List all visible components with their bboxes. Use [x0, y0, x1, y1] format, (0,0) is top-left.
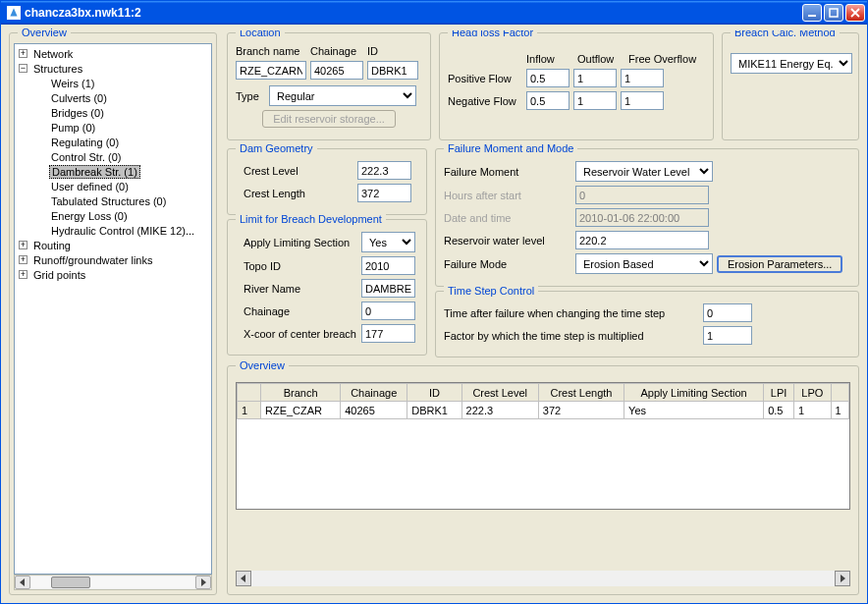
- tree-item-label[interactable]: Weirs (1): [49, 78, 96, 89]
- cell[interactable]: 0.5: [764, 402, 794, 419]
- branch-name-input[interactable]: [236, 61, 306, 80]
- crest-level-input[interactable]: [357, 161, 411, 180]
- tree-item[interactable]: +Routing: [15, 238, 211, 252]
- grid-scroll-right-icon[interactable]: [835, 571, 850, 586]
- tree-item-label[interactable]: Pump (0): [49, 122, 97, 134]
- factor-input[interactable]: [703, 326, 752, 345]
- tree-item[interactable]: Bridges (0): [15, 105, 211, 120]
- chainage-input[interactable]: [310, 61, 363, 80]
- time-after-input[interactable]: [703, 303, 752, 322]
- erosion-params-button[interactable]: Erosion Parameters...: [717, 255, 842, 273]
- tree-item[interactable]: Weirs (1): [15, 76, 211, 90]
- tree-item[interactable]: Culverts (0): [15, 90, 211, 105]
- crest-length-input[interactable]: [357, 184, 411, 202]
- overview-legend: Overview: [236, 359, 289, 371]
- cell[interactable]: 1: [831, 402, 848, 419]
- failure-moment-select[interactable]: Reservoir Water Level: [575, 161, 713, 182]
- breach-calc-select[interactable]: MIKE11 Energy Eq.: [731, 53, 852, 74]
- cell[interactable]: DBRK1: [407, 402, 461, 419]
- tree-item[interactable]: Pump (0): [15, 120, 211, 135]
- tree-item[interactable]: +Grid points: [15, 267, 211, 282]
- expand-icon[interactable]: +: [19, 255, 27, 264]
- tree-item-label[interactable]: Routing: [31, 240, 73, 251]
- tree-item-label[interactable]: Regulating (0): [49, 137, 121, 148]
- neg-free-input[interactable]: [621, 91, 664, 110]
- scroll-left-icon[interactable]: [15, 576, 30, 589]
- tree-view[interactable]: +Network−StructuresWeirs (1)Culverts (0)…: [14, 43, 212, 575]
- tree-item-label[interactable]: Structures: [31, 63, 84, 75]
- tree-item-label[interactable]: Runoff/groundwater links: [31, 254, 154, 266]
- column-header[interactable]: Crest Length: [538, 384, 624, 402]
- titlebar: chancza3bx.nwk11:2: [1, 1, 867, 25]
- scroll-right-icon[interactable]: [195, 576, 211, 589]
- tree-hscroll[interactable]: [14, 575, 212, 590]
- column-header[interactable]: ID: [407, 384, 461, 402]
- scroll-thumb[interactable]: [51, 577, 90, 588]
- topo-id-input[interactable]: [361, 256, 415, 275]
- tree-item[interactable]: −Structures: [15, 61, 211, 76]
- tree-item[interactable]: +Network: [15, 46, 211, 61]
- pos-free-input[interactable]: [621, 69, 664, 87]
- tree-item-label[interactable]: Bridges (0): [49, 107, 106, 119]
- tree-item-label[interactable]: Dambreak Str. (1): [49, 165, 140, 179]
- tree-item[interactable]: User defined (0): [15, 179, 211, 193]
- tree-item-label[interactable]: Hydraulic Control (MIKE 12)...: [49, 225, 196, 237]
- grid-hscroll[interactable]: [236, 571, 850, 586]
- cell[interactable]: Yes: [624, 402, 764, 419]
- reservoir-level-input[interactable]: [575, 231, 709, 249]
- expand-icon[interactable]: +: [19, 241, 27, 249]
- river-name-input[interactable]: [361, 279, 415, 298]
- tree-item-label[interactable]: Network: [31, 48, 75, 60]
- cell[interactable]: 40265: [341, 402, 407, 419]
- limit-chainage-input[interactable]: [361, 302, 415, 320]
- breach-calc-legend: Breach Calc. Method: [731, 30, 840, 38]
- tree-item[interactable]: Dambreak Str. (1): [15, 164, 211, 179]
- tree-item[interactable]: Regulating (0): [15, 135, 211, 149]
- column-header[interactable]: LPO: [794, 384, 832, 402]
- tree-item[interactable]: Hydraulic Control (MIKE 12)...: [15, 223, 211, 238]
- neg-outflow-input[interactable]: [573, 91, 617, 110]
- expand-icon[interactable]: +: [19, 270, 27, 279]
- cell[interactable]: RZE_CZAR: [261, 402, 341, 419]
- close-button[interactable]: [845, 4, 865, 22]
- table-row[interactable]: 1RZE_CZAR40265DBRK1222.3372Yes0.511: [238, 402, 849, 419]
- tree-item-label[interactable]: Tabulated Structures (0): [49, 195, 168, 207]
- neg-inflow-input[interactable]: [526, 91, 570, 110]
- tree-item-label[interactable]: Control Str. (0): [49, 151, 124, 163]
- tree-item-label[interactable]: User defined (0): [49, 181, 131, 192]
- svg-rect-2: [830, 9, 838, 17]
- pos-inflow-input[interactable]: [526, 69, 570, 87]
- apply-limit-label: Apply Limiting Section: [236, 237, 357, 248]
- tree-item-label[interactable]: Culverts (0): [49, 92, 109, 104]
- expand-icon[interactable]: +: [19, 49, 27, 58]
- maximize-button[interactable]: [824, 4, 843, 22]
- tree-legend: Overview: [18, 27, 71, 38]
- cell[interactable]: 222.3: [461, 402, 538, 419]
- tree-item[interactable]: +Runoff/groundwater links: [15, 252, 211, 267]
- column-header[interactable]: Apply Limiting Section: [624, 384, 764, 402]
- column-header[interactable]: Branch: [261, 384, 341, 402]
- pos-outflow-input[interactable]: [573, 69, 617, 87]
- collapse-icon[interactable]: −: [19, 64, 27, 73]
- tree-item-label[interactable]: Energy Loss (0): [49, 210, 130, 222]
- xcoor-input[interactable]: [361, 324, 415, 343]
- tree-item[interactable]: Energy Loss (0): [15, 208, 211, 223]
- overview-grid[interactable]: BranchChainageIDCrest LevelCrest LengthA…: [236, 382, 850, 510]
- column-header[interactable]: [831, 384, 848, 402]
- tree-item[interactable]: Tabulated Structures (0): [15, 193, 211, 208]
- tree-item-label[interactable]: Grid points: [31, 269, 87, 281]
- xcoor-label: X-coor of center breach: [236, 328, 357, 340]
- failure-mode-select[interactable]: Erosion Based: [575, 253, 713, 274]
- id-input[interactable]: [367, 61, 418, 80]
- cell[interactable]: 372: [538, 402, 624, 419]
- apply-limit-select[interactable]: Yes: [361, 232, 415, 252]
- minimize-button[interactable]: [802, 4, 822, 22]
- type-select[interactable]: Regular: [269, 85, 416, 106]
- grid-scroll-left-icon[interactable]: [236, 571, 251, 586]
- tree-item[interactable]: Control Str. (0): [15, 149, 211, 164]
- cell[interactable]: 1: [794, 402, 832, 419]
- window-title: chancza3bx.nwk11:2: [25, 6, 802, 20]
- column-header[interactable]: Chainage: [341, 384, 407, 402]
- column-header[interactable]: LPI: [764, 384, 794, 402]
- column-header[interactable]: Crest Level: [461, 384, 538, 402]
